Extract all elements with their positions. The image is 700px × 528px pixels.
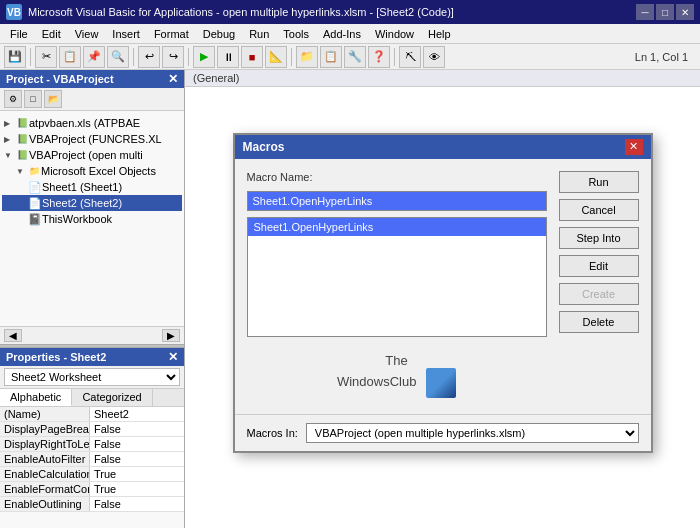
expand-icon-1: ▶ [4,119,14,128]
project-tree: ▶ 📗 atpvbaen.xls (ATPBAE ▶ 📗 VBAProject … [0,111,184,326]
macro-list: Sheet1.OpenHyperLinks [247,217,547,337]
title-bar-text: Microsoft Visual Basic for Applications … [28,6,630,18]
project-icon-2: 📗 [15,132,29,146]
menu-addins[interactable]: Add-Ins [317,26,367,42]
macros-dialog: Macros ✕ Macro Name: Sheet1.OpenHyperLin… [233,133,653,453]
project-icon-1: 📗 [15,116,29,130]
menu-file[interactable]: File [4,26,34,42]
title-bar-controls: ─ □ ✕ [636,4,694,20]
dialog-close-button[interactable]: ✕ [625,139,643,155]
tb-cut[interactable]: ✂ [35,46,57,68]
project-pane-close[interactable]: ✕ [168,72,178,86]
create-button[interactable]: Create [559,283,639,305]
tb-view-obj[interactable]: □ [24,90,42,108]
tb-pause[interactable]: ⏸ [217,46,239,68]
tb-save[interactable]: 💾 [4,46,26,68]
props-dropdown[interactable]: Sheet2 Worksheet [4,368,180,386]
menu-bar: File Edit View Insert Format Debug Run T… [0,24,700,44]
watermark-line1: The [385,353,407,368]
tree-item-openmulti[interactable]: ▼ 📗 VBAProject (open multi [2,147,182,163]
menu-debug[interactable]: Debug [197,26,241,42]
tree-label-3: VBAProject (open multi [29,149,143,161]
tab-alphabetic[interactable]: Alphabetic [0,389,72,406]
props-name-3: EnableAutoFilter [0,452,90,466]
sheet-icon-2: 📄 [28,196,42,210]
project-pane-header: Project - VBAProject ✕ [0,70,184,88]
tb-design[interactable]: 📐 [265,46,287,68]
tb-view-code[interactable]: ⚙ [4,90,22,108]
dialog-footer: Macros In: VBAProject (open multiple hyp… [235,414,651,451]
props-name-2: DisplayRightToLeft [0,437,90,451]
watermark-line2: WindowsClub [337,374,416,389]
menu-view[interactable]: View [69,26,105,42]
props-name-4: EnableCalculation [0,467,90,481]
delete-button[interactable]: Delete [559,311,639,333]
menu-tools[interactable]: Tools [277,26,315,42]
title-bar: VB Microsoft Visual Basic for Applicatio… [0,0,700,24]
menu-format[interactable]: Format [148,26,195,42]
dialog-watermark: The WindowsClub [247,343,547,402]
left-panel: Project - VBAProject ✕ ⚙ □ 📂 ▶ 📗 atpvbae… [0,70,185,528]
tree-item-sheet1[interactable]: 📄 Sheet1 (Sheet1) [2,179,182,195]
props-name-5: EnableFormatCon [0,482,90,496]
tb-sep-2 [133,48,134,66]
windowsclub-logo [426,368,456,398]
step-into-button[interactable]: Step Into [559,227,639,249]
tree-item-funcres[interactable]: ▶ 📗 VBAProject (FUNCRES.XL [2,131,182,147]
tb-find[interactable]: 🔍 [107,46,129,68]
tree-item-atpvbaen[interactable]: ▶ 📗 atpvbaen.xls (ATPBAE [2,115,182,131]
macro-list-item-0[interactable]: Sheet1.OpenHyperLinks [248,218,546,236]
tb-redo[interactable]: ↪ [162,46,184,68]
scroll-right[interactable]: ▶ [162,329,180,342]
tree-label-5: Sheet1 (Sheet1) [42,181,122,193]
tb-stop[interactable]: ■ [241,46,263,68]
tree-item-excel-objects[interactable]: ▼ 📁 Microsoft Excel Objects [2,163,182,179]
tb-undo[interactable]: ↩ [138,46,160,68]
macro-name-label: Macro Name: [247,171,547,183]
tb-breakpoints[interactable]: ⛏ [399,46,421,68]
tb-copy[interactable]: 📋 [59,46,81,68]
props-value-3: False [90,452,184,466]
run-button[interactable]: Run [559,171,639,193]
tab-categorized[interactable]: Categorized [72,389,152,406]
dialog-right: Run Cancel Step Into Edit Create Delete [559,171,639,402]
close-button[interactable]: ✕ [676,4,694,20]
macro-name-input[interactable] [247,191,547,211]
scroll-left[interactable]: ◀ [4,329,22,342]
menu-insert[interactable]: Insert [106,26,146,42]
tb-object[interactable]: 🔧 [344,46,366,68]
tb-properties[interactable]: 📋 [320,46,342,68]
menu-edit[interactable]: Edit [36,26,67,42]
props-pane-close[interactable]: ✕ [168,350,178,364]
props-toolbar: Sheet2 Worksheet [0,366,184,389]
tree-item-thisworkbook[interactable]: 📓 ThisWorkbook [2,211,182,227]
props-name-0: (Name) [0,407,90,421]
macros-in-select[interactable]: VBAProject (open multiple hyperlinks.xls… [306,423,639,443]
cancel-button[interactable]: Cancel [559,199,639,221]
maximize-button[interactable]: □ [656,4,674,20]
props-row-enableautofilter: EnableAutoFilter False [0,452,184,467]
tree-item-sheet2[interactable]: 📄 Sheet2 (Sheet2) [2,195,182,211]
edit-button[interactable]: Edit [559,255,639,277]
project-pane-title: Project - VBAProject [6,73,114,85]
menu-window[interactable]: Window [369,26,420,42]
tb-toggle-folders[interactable]: 📂 [44,90,62,108]
tb-run[interactable]: ▶ [193,46,215,68]
props-row-enablecalculation: EnableCalculation True [0,467,184,482]
props-tabs: Alphabetic Categorized [0,389,184,407]
tb-help[interactable]: ❓ [368,46,390,68]
minimize-button[interactable]: ─ [636,4,654,20]
props-row-name: (Name) Sheet2 [0,407,184,422]
sheet-icon-1: 📄 [28,180,42,194]
menu-run[interactable]: Run [243,26,275,42]
tb-explorer[interactable]: 📁 [296,46,318,68]
tb-watch[interactable]: 👁 [423,46,445,68]
tree-label-4: Microsoft Excel Objects [41,165,156,177]
code-content[interactable]: Macros ✕ Macro Name: Sheet1.OpenHyperLin… [185,87,700,528]
tb-paste[interactable]: 📌 [83,46,105,68]
tree-label-6: Sheet2 (Sheet2) [42,197,122,209]
macros-in-label: Macros In: [247,427,298,439]
menu-help[interactable]: Help [422,26,457,42]
tb-sep-3 [188,48,189,66]
props-value-1: False [90,422,184,436]
